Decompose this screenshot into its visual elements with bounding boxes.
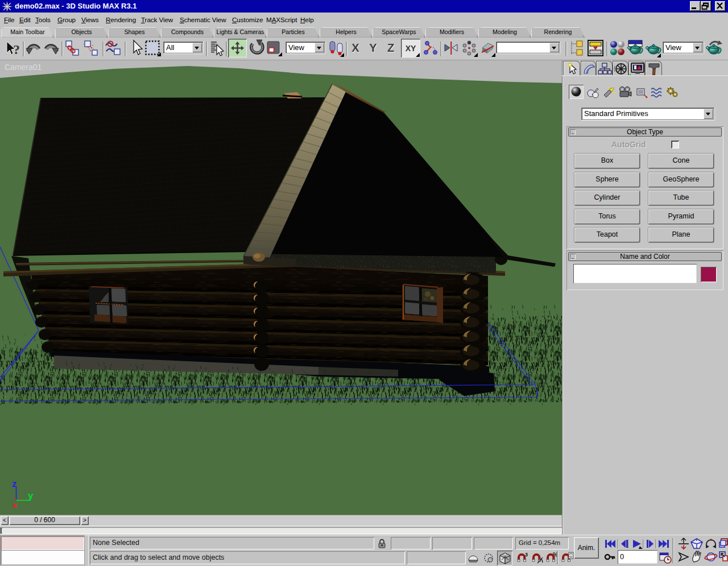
svg-text:X: X: [351, 42, 359, 54]
svg-text:Y: Y: [369, 42, 377, 54]
svg-text:3: 3: [525, 552, 528, 557]
svg-text:y: y: [28, 490, 34, 501]
svg-text:z: z: [12, 478, 17, 489]
svg-text:?: ?: [13, 42, 20, 57]
svg-text:Z: Z: [387, 42, 394, 54]
svg-text:x: x: [13, 500, 18, 510]
svg-text:XY: XY: [406, 44, 416, 53]
svg-text:Camera01: Camera01: [5, 63, 42, 72]
